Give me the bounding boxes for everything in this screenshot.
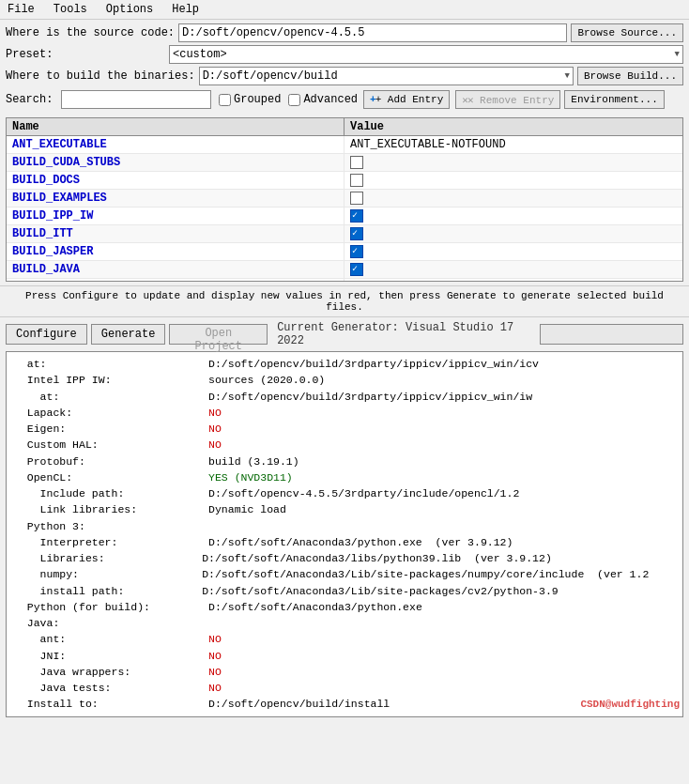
action-row: Configure Generate Open Project Current … [0,317,689,351]
table-row[interactable]: BUILD_JASPER [7,243,682,261]
log-line: Link libraries: Dynamic load [14,501,675,517]
menu-options[interactable]: Options [102,2,157,17]
table-checkbox[interactable] [350,227,363,240]
table-row[interactable]: BUILD_JAVA [7,261,682,279]
log-line: Interpreter: D:/soft/soft/Anaconda3/pyth… [14,534,675,550]
table-row[interactable]: BUILD_DOCS [7,172,682,190]
binaries-label: Where to build the binaries: [6,69,195,83]
table-checkbox[interactable] [350,192,363,205]
table-cell-name: BUILD_ITT [7,225,344,242]
header-name: Name [7,118,344,135]
table-cell-value [344,154,682,171]
table-checkbox[interactable] [350,245,363,258]
log-line: at: D:/soft/opencv/build/3rdparty/ippicv… [14,389,675,405]
advanced-checkbox-label[interactable]: Advanced [288,93,358,106]
table-row[interactable]: BUILD_EXAMPLES [7,190,682,208]
table-cell-name: ANT_EXECUTABLE [7,136,344,153]
remove-entry-label: ✕ Remove Entry [467,94,554,106]
log-line: JNI: NO [14,648,675,664]
table-cell-name: BUILD_CUDA_STUBS [7,154,344,171]
table-cell-name: BUILD_JASPER [7,243,344,260]
table-cell-name: BUILD_JPEG [7,279,344,282]
log-line: ----------------------------------------… [14,713,675,718]
log-line: ant: NO [14,631,675,647]
log-line: numpy: D:/soft/soft/Anaconda3/Lib/site-p… [14,566,675,582]
table-checkbox[interactable] [350,174,363,187]
search-label: Search: [6,93,57,106]
table-header: Name Value [7,118,682,136]
entries-table: Name Value ANT_EXECUTABLEANT_EXECUTABLE-… [6,117,683,282]
open-project-button[interactable]: Open Project [169,324,268,345]
menu-help[interactable]: Help [168,2,203,17]
table-checkbox[interactable] [350,209,363,223]
table-cell-value [344,243,682,260]
log-line: Python (for build): D:/soft/soft/Anacond… [14,599,675,615]
table-cell-value: ANT_EXECUTABLE-NOTFOUND [344,136,682,153]
status-message: Press Configure to update and display ne… [0,285,689,317]
search-row: Search: Grouped Advanced + + Add Entry ✕… [6,88,683,111]
table-checkbox[interactable] [350,281,363,282]
log-line: Java wrappers: NO [14,664,675,680]
advanced-label: Advanced [303,93,358,106]
table-row[interactable]: BUILD_IPP_IW [7,208,682,225]
preset-row: Preset: <custom> ▼ [6,45,683,64]
log-line: Python 3: [14,518,675,534]
table-checkbox[interactable] [350,263,363,276]
header-value: Value [344,118,682,135]
add-entry-button[interactable]: + + Add Entry [363,90,450,109]
log-line: Libraries: D:/soft/soft/Anaconda3/libs/p… [14,550,675,566]
table-row[interactable]: BUILD_JPEG [7,279,682,282]
log-area: at: D:/soft/opencv/build/3rdparty/ippicv… [6,351,683,717]
log-line: Custom HAL: NO [14,437,675,453]
configure-button[interactable]: Configure [6,324,87,345]
table-cell-name: BUILD_EXAMPLES [7,190,344,207]
log-line: at: D:/soft/opencv/build/3rdparty/ippicv… [14,356,675,372]
log-line: Intel IPP IW: sources (2020.0.0) [14,372,675,388]
log-line: Java tests: NO [14,680,675,696]
log-line: Protobuf: build (3.19.1) [14,453,675,469]
log-line: Include path: D:/soft/opencv-4.5.5/3rdpa… [14,485,675,501]
add-entry-label: + Add Entry [375,94,444,105]
search-input[interactable] [61,90,211,109]
binaries-select[interactable]: D:/soft/opencv/build [199,67,574,85]
log-line: Install to: D:/soft/opencv/build/install [14,696,675,712]
table-cell-value [344,190,682,207]
binaries-row: Where to build the binaries: D:/soft/ope… [6,67,683,85]
table-cell-value [344,225,682,242]
table-cell-value [344,172,682,189]
menu-tools[interactable]: Tools [50,2,91,17]
grouped-label: Grouped [234,93,281,106]
table-body: ANT_EXECUTABLEANT_EXECUTABLE-NOTFOUNDBUI… [7,136,682,282]
preset-select[interactable]: <custom> [169,45,683,64]
log-line: install path: D:/soft/soft/Anaconda3/Lib… [14,583,675,599]
table-checkbox[interactable] [350,156,363,169]
watermark: CSDN@wudfighting [580,699,680,710]
remove-entry-button[interactable]: ✕ ✕ Remove Entry [455,90,560,109]
log-line: OpenCL: YES (NVD3D11) [14,469,675,485]
generator-label: Current Generator: Visual Studio 17 2022 [277,321,536,347]
grouped-checkbox-label[interactable]: Grouped [219,93,281,106]
source-input[interactable] [178,23,567,42]
log-line: Eigen: NO [14,421,675,437]
table-row[interactable]: BUILD_CUDA_STUBS [7,154,682,172]
table-cell-name: BUILD_IPP_IW [7,208,344,224]
source-label: Where is the source code: [6,26,175,39]
table-row[interactable]: BUILD_ITT [7,225,682,243]
table-cell-value [344,261,682,278]
preset-label: Preset: [6,48,165,61]
generate-button[interactable]: Generate [91,324,166,345]
log-line: Lapack: NO [14,405,675,421]
table-cell-value [344,279,682,282]
menu-file[interactable]: File [4,2,38,17]
browse-source-button[interactable]: Browse Source... [571,23,683,42]
advanced-checkbox[interactable] [288,94,300,106]
browse-build-button[interactable]: Browse Build... [577,67,683,85]
environment-button[interactable]: Environment... [564,90,664,109]
grouped-checkbox[interactable] [219,94,231,106]
form-area: Where is the source code: Browse Source.… [0,20,689,117]
menubar: File Tools Options Help [0,0,689,20]
table-cell-name: BUILD_DOCS [7,172,344,189]
generator-input[interactable] [540,324,683,345]
table-row[interactable]: ANT_EXECUTABLEANT_EXECUTABLE-NOTFOUND [7,136,682,154]
log-line: Java: [14,615,675,631]
